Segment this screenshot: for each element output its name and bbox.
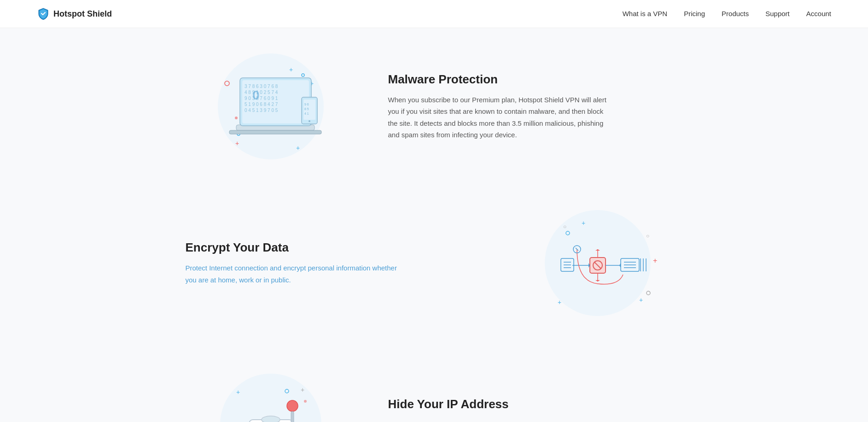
encrypt-svg: ○ ○ + + + + — [522, 203, 669, 323]
encrypt-illustration: ○ ○ + + + + — [508, 203, 683, 323]
svg-text:+: + — [653, 257, 657, 264]
svg-text:3 7 8 6 3 0 7 6 8: 3 7 8 6 3 0 7 6 8 — [245, 84, 278, 89]
svg-text:+: + — [236, 388, 240, 396]
logo-text: Hotspot Shield — [53, 9, 112, 19]
svg-text:+: + — [639, 296, 643, 304]
svg-text:○: ○ — [646, 233, 649, 239]
svg-rect-10 — [229, 130, 321, 134]
svg-point-58 — [220, 374, 321, 422]
logo[interactable]: Hotspot Shield — [37, 7, 112, 20]
nav-links: What is a VPN Pricing Products Support A… — [623, 10, 831, 18]
svg-text:+: + — [289, 66, 293, 73]
svg-text:○: ○ — [563, 223, 566, 230]
svg-text:+: + — [296, 144, 300, 152]
svg-point-33 — [647, 291, 650, 295]
ip-title: Hide Your IP Address — [388, 397, 683, 411]
encrypt-title: Encrypt Your Data — [186, 240, 480, 255]
svg-text:4 8 9 1 0 2 5 7 4: 4 8 9 1 0 2 5 7 4 — [245, 90, 278, 95]
svg-point-74 — [287, 400, 298, 411]
ip-description: If you connect with Hotspot Shield, you … — [388, 419, 609, 422]
svg-text:0 4 5 1 3 9 7 0 5: 0 4 5 1 3 9 7 0 5 — [245, 108, 278, 113]
svg-rect-75 — [291, 411, 294, 422]
malware-illustration: + + + + 3 7 8 6 3 0 7 6 8 4 8 9 1 0 2 5 … — [186, 47, 361, 166]
nav-item-products[interactable]: Products — [722, 10, 749, 18]
nav-item-vpn[interactable]: What is a VPN — [623, 10, 668, 18]
svg-point-24 — [309, 120, 310, 122]
encrypt-description: Protect Internet connection and encrypt … — [186, 262, 407, 286]
malware-svg: + + + + 3 7 8 6 3 0 7 6 8 4 8 9 1 0 2 5 … — [199, 47, 347, 166]
svg-text:+: + — [582, 219, 585, 227]
svg-text:+: + — [558, 299, 561, 306]
svg-point-73 — [262, 416, 280, 422]
svg-text:9 0 3 8 7 6 0 9 1: 9 0 3 8 7 6 0 9 1 — [245, 96, 278, 101]
svg-text:5 1 9 0 6 8 4 2 7: 5 1 9 0 6 8 4 2 7 — [245, 102, 278, 107]
feature-encrypt: ○ ○ + + + + — [186, 203, 683, 323]
nav-item-account[interactable]: Account — [806, 10, 831, 18]
navigation: Hotspot Shield What is a VPN Pricing Pro… — [0, 0, 868, 28]
feature-malware: + + + + 3 7 8 6 3 0 7 6 8 4 8 9 1 0 2 5 … — [186, 47, 683, 166]
nav-item-support[interactable]: Support — [765, 10, 790, 18]
nav-item-pricing[interactable]: Pricing — [684, 10, 705, 18]
encrypt-text: Encrypt Your Data Protect Internet conne… — [186, 240, 480, 286]
svg-text:4 1: 4 1 — [304, 112, 309, 115]
svg-text:9 6: 9 6 — [304, 103, 309, 106]
ip-svg: + + + + 1 9 2 1 6 8 — [199, 360, 347, 422]
ip-illustration: + + + + 1 9 2 1 6 8 — [186, 360, 361, 422]
logo-icon — [37, 7, 50, 20]
svg-text:8 5: 8 5 — [304, 107, 309, 111]
malware-title: Malware Protection — [388, 72, 683, 87]
malware-text: Malware Protection When you subscribe to… — [388, 72, 683, 141]
svg-point-65 — [304, 400, 307, 403]
svg-text:+: + — [235, 140, 239, 147]
svg-text:0: 0 — [252, 88, 260, 102]
svg-point-8 — [235, 117, 238, 119]
malware-description: When you subscribe to our Premium plan, … — [388, 94, 609, 141]
svg-text:+: + — [301, 386, 304, 393]
main-content: + + + + 3 7 8 6 3 0 7 6 8 4 8 9 1 0 2 5 … — [158, 28, 711, 422]
ip-text: Hide Your IP Address If you connect with… — [388, 397, 683, 422]
feature-ip: + + + + 1 9 2 1 6 8 — [186, 360, 683, 422]
